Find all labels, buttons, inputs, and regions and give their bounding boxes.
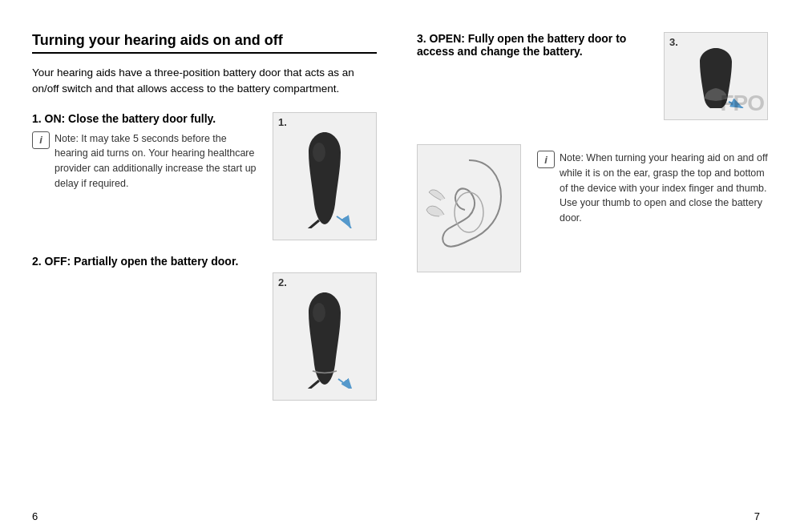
svg-point-5 xyxy=(455,192,483,232)
info-icon-2: i xyxy=(537,151,555,168)
page-title: Turning your hearing aids on and off xyxy=(32,32,377,54)
step1-heading: 1. ON: Close the battery door fully. xyxy=(32,112,261,125)
ear-svg xyxy=(425,152,513,264)
step2-section: 2. OFF: Partially open the battery door.… xyxy=(32,255,377,401)
step3-image-label: 3. xyxy=(669,36,678,48)
right-column: 3. OPEN: Fully open the battery door to … xyxy=(401,16,792,508)
step1-text-block: 1. ON: Close the battery door fully. i N… xyxy=(32,112,261,191)
step1-image-label: 1. xyxy=(278,116,287,128)
hearing-aid-svg-2 xyxy=(289,284,361,389)
left-column: Turning your hearing aids on and off You… xyxy=(0,16,401,508)
page-container: Turning your hearing aids on and off You… xyxy=(0,0,792,532)
note2-block: i Note: When turning your hearing aid on… xyxy=(537,151,768,272)
page-number-left: 6 xyxy=(32,510,38,522)
step2-heading: 2. OFF: Partially open the battery door. xyxy=(32,255,377,268)
step3-text: 3. OPEN: Fully open the battery door to … xyxy=(417,32,648,120)
note2-text: Note: When turning your hearing aid on a… xyxy=(560,151,768,226)
page-number-right: 7 xyxy=(754,510,760,522)
step3-section: 3. OPEN: Fully open the battery door to … xyxy=(417,32,768,120)
ear-image xyxy=(417,144,521,272)
step3-image: 3. FPO xyxy=(664,32,768,120)
step3-heading: 3. OPEN: Fully open the battery door to … xyxy=(417,32,648,58)
info-icon-1: i xyxy=(32,131,50,149)
svg-point-1 xyxy=(313,143,325,162)
svg-point-3 xyxy=(313,303,325,322)
intro-text: Your hearing aids have a three-position … xyxy=(32,65,377,98)
step1-note: i Note: It may take 5 seconds before the… xyxy=(32,131,261,191)
step1-section: 1. ON: Close the battery door fully. i N… xyxy=(32,112,377,240)
hearing-aid-svg-1 xyxy=(289,124,361,228)
note2-section: i Note: When turning your hearing aid on… xyxy=(417,144,768,272)
fpo-text: FPO xyxy=(720,91,764,116)
step1-image: 1. xyxy=(273,112,377,240)
step2-content: 2. xyxy=(32,272,377,401)
step1-note-text: Note: It may take 5 seconds before the h… xyxy=(55,131,261,191)
step1-content: 1. ON: Close the battery door fully. i N… xyxy=(32,112,377,240)
step2-image: 2. xyxy=(273,272,377,401)
step2-image-label: 2. xyxy=(278,276,287,288)
